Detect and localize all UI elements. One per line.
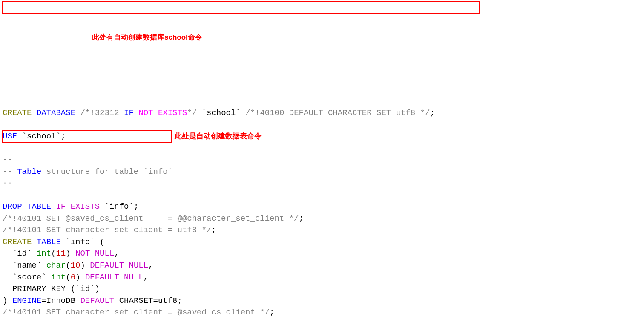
code-line-col-score: `score` int(6) DEFAULT NULL, [3, 273, 148, 282]
code-line-set3: /*!40101 SET character_set_client = @sav… [3, 308, 275, 317]
code-line-set1: /*!40101 SET @saved_cs_client = @@charac… [3, 214, 304, 223]
annotation-create-table: 此处是自动创建数据表命令 [175, 131, 262, 142]
code-line-create-table: CREATE TABLE `info` ( [3, 237, 104, 247]
code-line-engine: ) ENGINE=InnoDB DEFAULT CHARSET=utf8; [3, 296, 182, 305]
code-line-use: USE `school`; [3, 132, 66, 141]
code-line-drop: DROP TABLE IF EXISTS `info`; [3, 202, 138, 211]
code-line-set2: /*!40101 SET character_set_client = utf8… [3, 225, 216, 235]
code-comment: -- -- Table structure for table `info` -… [3, 155, 172, 188]
annotation-create-database: 此处有自动创建数据库school命令 [92, 32, 202, 43]
code-line-1: CREATE DATABASE /*!32312 IF NOT EXISTS*/… [3, 108, 435, 118]
code-line-pk: PRIMARY KEY (`id`) [3, 284, 100, 294]
code-line-col-name: `name` char(10) DEFAULT NULL, [3, 261, 153, 270]
code-line-col-id: `id` int(11) NOT NULL, [3, 249, 119, 258]
highlight-box-create-database [2, 1, 480, 14]
